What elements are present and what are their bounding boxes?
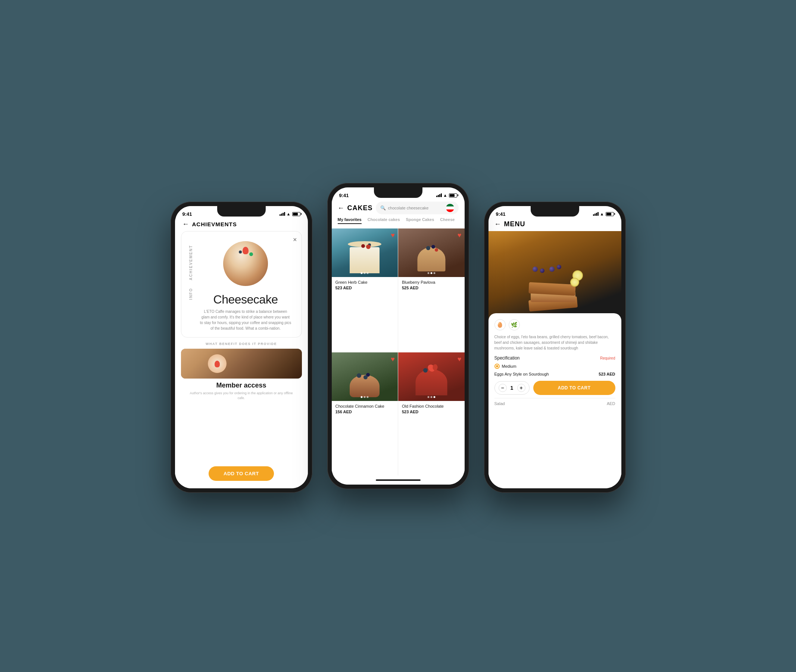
dots-3 — [361, 396, 369, 398]
leaf-icon: 🌿 — [509, 319, 520, 330]
egg-icon: 🥚 — [494, 319, 506, 330]
status-icons-left: ▲ — [280, 212, 300, 216]
battery-center — [449, 194, 457, 197]
info-label: INFO — [189, 288, 193, 300]
add-to-cart-left-container: ADD TO CART — [175, 462, 308, 488]
wifi-left: ▲ — [287, 212, 291, 216]
time-center: 9:41 — [339, 193, 349, 198]
cake-name-2: Blueberry Pavlova — [402, 280, 461, 285]
heart-2[interactable]: ♥ — [457, 232, 462, 239]
achievement-image — [196, 237, 296, 290]
benefit-section: WHAT BENEFIT DOES IT PROVIDE Member acce… — [175, 338, 308, 400]
tab-my-favorites[interactable]: My favorites — [338, 217, 361, 224]
dots-2 — [427, 272, 435, 274]
cake-info-1: Green Herb Cake 523 AED — [332, 277, 398, 293]
left-screen: 9:41 ▲ ← ACHIEVMENTS — [175, 206, 308, 488]
food-hero-image — [489, 231, 621, 321]
back-arrow-left[interactable]: ← — [182, 220, 189, 228]
cake-image-2: ♥ — [398, 229, 465, 277]
menu-header: ← MENU — [489, 219, 621, 231]
notch-center — [374, 187, 422, 198]
cake-item-old-fashion[interactable]: ♥ Old Fashion Chocolate 523 AED — [398, 352, 465, 476]
cake-image-1: ♥ — [332, 229, 398, 277]
cake-image-3: ♥ — [332, 352, 398, 401]
add-to-cart-right-button[interactable]: ADD TO CART — [533, 381, 615, 395]
signal-center — [436, 194, 442, 197]
spec-option-medium[interactable]: Medium — [494, 364, 615, 369]
cake-name-4: Old Fashion Chocolate — [402, 404, 461, 408]
quantity-control: − 1 + — [494, 381, 529, 395]
uae-flag — [446, 204, 454, 212]
time-left: 9:41 — [182, 211, 192, 217]
wifi-right: ▲ — [600, 212, 604, 216]
quantity-value: 1 — [509, 385, 515, 391]
phone-left: 9:41 ▲ ← ACHIEVMENTS — [171, 202, 312, 493]
cake-name-1: Green Herb Cake — [336, 280, 395, 285]
dots-4 — [427, 396, 435, 398]
heart-3[interactable]: ♥ — [391, 355, 395, 363]
quantity-decrease[interactable]: − — [499, 384, 507, 392]
signal-right — [593, 212, 599, 216]
cakes-nav: ← CAKES 🔍 chocolate cheesecake — [338, 202, 459, 214]
cake-info-4: Old Fashion Chocolate 523 AED — [398, 401, 465, 417]
cakes-header: ← CAKES 🔍 chocolate cheesecake My favori… — [332, 200, 465, 229]
tab-sponge-cakes[interactable]: Sponge Cakes — [406, 217, 435, 224]
cake-info-2: Blueberry Pavlova 525 AED — [398, 277, 465, 293]
tab-cheese[interactable]: Cheese — [440, 217, 454, 224]
tab-chocolate-cakes[interactable]: Chocolate cakes — [368, 217, 400, 224]
notch-left — [217, 206, 266, 216]
search-icon: 🔍 — [380, 205, 386, 211]
menu-card: 🥚 🌿 Choice of eggs, l'eto fava beans, gr… — [489, 313, 621, 488]
back-arrow-right[interactable]: ← — [494, 220, 501, 228]
center-screen: 9:41 ▲ ← CAKES — [332, 187, 465, 485]
cake-price-4: 523 AED — [402, 410, 461, 414]
status-icons-right: ▲ — [593, 212, 614, 216]
price-row: Eggs Any Style on Sourdough 523 AED — [494, 372, 615, 376]
left-header: ← ACHIEVMENTS — [175, 219, 308, 231]
menu-product-desc: Choice of eggs, l'eto fava beans, grille… — [494, 334, 615, 351]
price-amount: 523 AED — [599, 372, 615, 376]
left-page-title: ACHIEVMENTS — [192, 221, 237, 227]
battery-right — [606, 212, 614, 216]
benefit-title: WHAT BENEFIT DOES IT PROVIDE — [181, 342, 302, 346]
product-name-left: Cheesecake — [196, 293, 296, 307]
cake-image-4: ♥ — [398, 352, 465, 401]
cake-item-choc-cin[interactable]: ♥ Chocolate Cinnamon Cake 156 AED — [332, 352, 398, 476]
spec-required: Required — [600, 356, 615, 360]
back-arrow-center[interactable]: ← — [338, 204, 344, 212]
heart-1[interactable]: ♥ — [391, 232, 395, 239]
right-screen: 9:41 ▲ ← MENU — [489, 206, 621, 488]
dots-1 — [361, 272, 369, 274]
add-to-cart-left-button[interactable]: ADD TO CART — [209, 466, 274, 481]
cake-item-green-herb[interactable]: ♥ Green Herb Cake 523 AED — [332, 229, 398, 352]
cake-price-2: 525 AED — [402, 286, 461, 290]
cake-price-3: 156 AED — [336, 410, 395, 414]
cake-price-1: 523 AED — [336, 286, 395, 290]
menu-page-title: MENU — [504, 220, 526, 228]
radio-medium[interactable] — [494, 364, 500, 369]
phone-right: 9:41 ▲ ← MENU — [484, 202, 626, 493]
product-desc-left: L'ETO Caffe manages to strike a balance … — [196, 309, 296, 331]
quantity-increase[interactable]: + — [517, 384, 526, 392]
achievement-label: ACHIEVEMENT — [189, 245, 193, 280]
heart-4[interactable]: ♥ — [457, 355, 462, 363]
cake-item-blueberry[interactable]: ♥ Blueberry Pavlova 525 AED — [398, 229, 465, 352]
spec-option-label: Medium — [502, 364, 516, 368]
price-item-name: Eggs Any Style on Sourdough — [494, 372, 549, 376]
search-placeholder: chocolate cheesecake — [388, 206, 444, 210]
member-desc: Author's access gives you for ordering i… — [181, 391, 302, 400]
member-access-title: Member access — [181, 382, 302, 389]
status-icons-center: ▲ — [436, 193, 457, 197]
cakes-grid: ♥ Green Herb Cake 523 AED — [332, 229, 465, 476]
notch-right — [531, 206, 579, 216]
phones-container: 9:41 ▲ ← ACHIEVMENTS — [148, 157, 648, 515]
cart-footer: − 1 + ADD TO CART — [494, 381, 615, 398]
cakes-page-title: CAKES — [347, 204, 373, 212]
wifi-center: ▲ — [443, 193, 448, 197]
phone-center: 9:41 ▲ ← CAKES — [327, 183, 469, 489]
benefit-image — [181, 349, 302, 379]
signal-left — [280, 212, 285, 216]
filter-tabs: My favorites Chocolate cakes Sponge Cake… — [338, 217, 459, 226]
menu-icons-row: 🥚 🌿 — [494, 319, 615, 330]
search-bar[interactable]: 🔍 chocolate cheesecake — [376, 202, 459, 214]
